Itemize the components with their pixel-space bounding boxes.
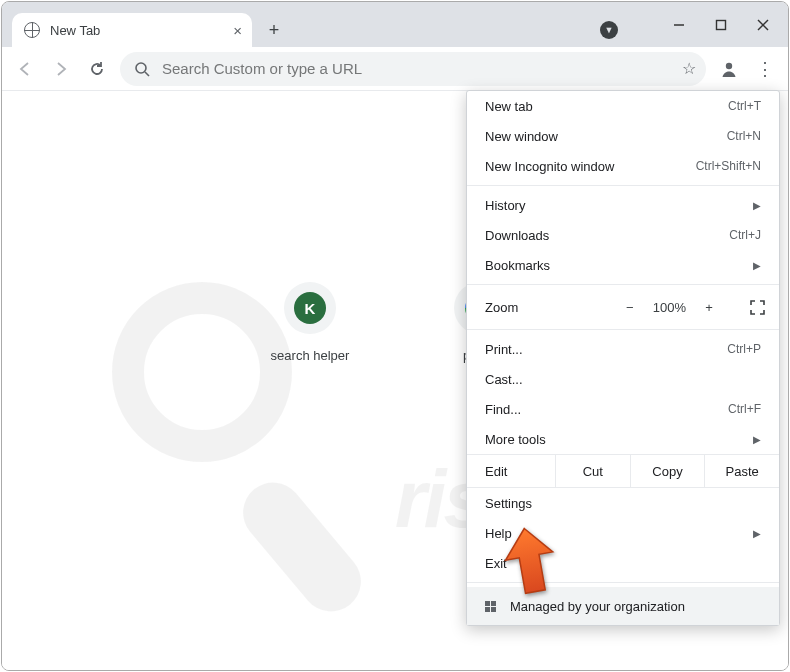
menu-downloads[interactable]: DownloadsCtrl+J [467,220,779,250]
chevron-right-icon: ▶ [753,528,761,539]
cut-button[interactable]: Cut [555,455,630,487]
kebab-menu-button[interactable]: ⋮ [748,52,782,86]
org-icon [485,601,496,612]
menu-new-window[interactable]: New windowCtrl+N [467,121,779,151]
menu-more-tools[interactable]: More tools▶ [467,424,779,454]
maximize-button[interactable] [700,10,742,40]
window-controls [658,10,784,40]
menu-edit-row: Edit Cut Copy Paste [467,454,779,488]
reload-button[interactable] [80,52,114,86]
fullscreen-icon[interactable] [750,300,765,315]
menu-cast[interactable]: Cast... [467,364,779,394]
titlebar: New Tab × + ▼ [2,2,788,47]
minimize-button[interactable] [658,10,700,40]
back-button[interactable] [8,52,42,86]
address-bar[interactable]: Search Custom or type a URL ☆ [120,52,706,86]
svg-line-5 [145,72,149,76]
globe-icon [24,22,40,38]
browser-tab[interactable]: New Tab × [12,13,252,47]
shortcut-label: search helper [271,348,350,363]
svg-point-6 [726,62,732,68]
tab-title: New Tab [50,23,100,38]
chevron-right-icon: ▶ [753,434,761,445]
close-tab-icon[interactable]: × [233,22,242,39]
chevron-right-icon: ▶ [753,200,761,211]
forward-button[interactable] [44,52,78,86]
menu-print[interactable]: Print...Ctrl+P [467,334,779,364]
paste-button[interactable]: Paste [704,455,779,487]
chevron-right-icon: ▶ [753,260,761,271]
zoom-in-button[interactable]: + [698,300,720,315]
menu-settings[interactable]: Settings [467,488,779,518]
omnibox-placeholder: Search Custom or type a URL [162,60,682,77]
menu-find[interactable]: Find...Ctrl+F [467,394,779,424]
menu-new-tab[interactable]: New tabCtrl+T [467,91,779,121]
bookmark-star-icon[interactable]: ☆ [682,59,696,78]
menu-bookmarks[interactable]: Bookmarks▶ [467,250,779,280]
k-badge-icon: K [294,292,326,324]
zoom-out-button[interactable]: − [619,300,641,315]
shortcut-search-helper[interactable]: K search helper [260,282,360,363]
close-window-button[interactable] [742,10,784,40]
svg-rect-1 [717,21,726,30]
search-icon [134,61,150,77]
profile-button[interactable] [712,52,746,86]
svg-point-4 [136,63,146,73]
copy-button[interactable]: Copy [630,455,705,487]
toolbar: Search Custom or type a URL ☆ ⋮ [2,47,788,91]
menu-history[interactable]: History▶ [467,190,779,220]
menu-new-incognito[interactable]: New Incognito windowCtrl+Shift+N [467,151,779,181]
tab-search-icon[interactable]: ▼ [600,21,618,39]
annotation-arrow-icon [500,526,560,596]
edit-label: Edit [467,455,555,487]
zoom-value: 100% [653,300,686,315]
new-tab-button[interactable]: + [260,16,288,44]
menu-zoom: Zoom − 100% + [467,289,779,325]
